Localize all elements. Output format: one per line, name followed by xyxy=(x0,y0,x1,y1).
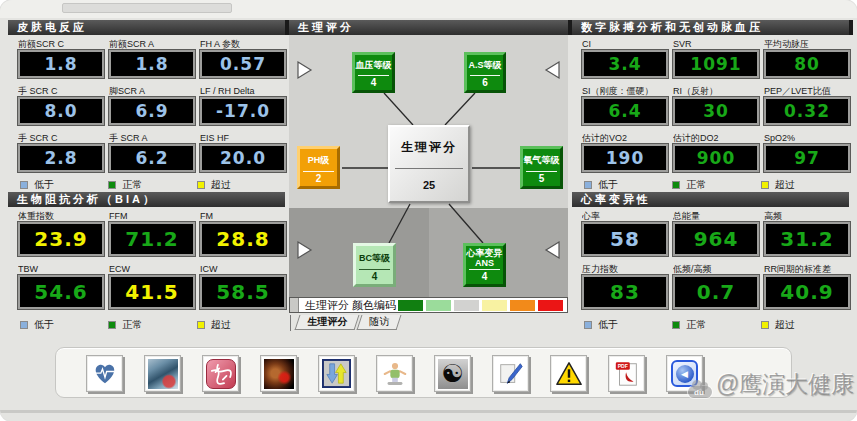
metric-value: 0.57 xyxy=(200,50,286,78)
updown-arrows-icon xyxy=(322,359,351,388)
svg-text:PDF: PDF xyxy=(617,363,627,369)
metric-value: 3.4 xyxy=(582,50,668,78)
dna-button[interactable] xyxy=(202,355,239,392)
metric-cell: CI3.4 xyxy=(582,38,668,78)
node-label: 氧气等级 xyxy=(523,149,560,171)
metric-value: 97 xyxy=(764,144,850,172)
legend-over-swatch xyxy=(197,181,205,189)
metric-cell: RR间期的标准差40.9 xyxy=(764,263,850,309)
metric-value: 71.2 xyxy=(109,222,195,256)
metric-value: 40.9 xyxy=(764,275,850,309)
metric-value: 58.5 xyxy=(200,275,286,309)
nav-arrow-left-icon[interactable] xyxy=(543,240,563,260)
lab-photo-icon xyxy=(148,359,178,389)
color-bar-grip[interactable] xyxy=(290,298,299,312)
metric-label: SpO2% xyxy=(764,132,850,144)
metric-cell: 心率58 xyxy=(582,210,668,256)
metric-cell: 压力指数83 xyxy=(582,263,668,309)
panel-title-score: 生理评分 xyxy=(289,20,568,35)
back-button[interactable]: ◀ xyxy=(666,355,703,392)
metric-value: 8.0 xyxy=(18,97,104,125)
score-center-value: 25 xyxy=(390,169,468,201)
thermal-photo-button[interactable] xyxy=(260,355,297,392)
metric-cell: 手 SCR C8.0 xyxy=(18,85,104,125)
node-oxygen-grade[interactable]: 氧气等级 5 xyxy=(520,146,563,189)
node-value: 6 xyxy=(482,76,488,90)
metric-value: 20.0 xyxy=(200,144,286,172)
node-label: A.S等级 xyxy=(467,55,503,75)
node-value: 5 xyxy=(539,172,545,186)
metric-value: 0.32 xyxy=(764,97,850,125)
swatch-red xyxy=(538,300,563,311)
metric-label: 体重指数 xyxy=(18,210,104,222)
metric-cell: EIS HF20.0 xyxy=(200,132,286,172)
body-scale-button[interactable] xyxy=(376,355,413,392)
node-label-line2: ANS xyxy=(475,258,494,268)
metric-label: SVR xyxy=(673,38,759,50)
nav-arrow-left-icon[interactable] xyxy=(543,60,563,80)
tab-followup-label: 随访 xyxy=(369,315,389,329)
status-legend: 低于 正常 超过 xyxy=(572,318,849,332)
metric-cell: 低频/高频0.7 xyxy=(673,263,759,309)
metric-cell: 脚SCR A6.9 xyxy=(109,85,195,125)
metric-value: 6.2 xyxy=(109,144,195,172)
metric-label: TBW xyxy=(18,263,104,275)
status-legend: 低于 正常 超过 xyxy=(8,178,285,192)
signature-button[interactable] xyxy=(492,355,529,392)
legend-low-swatch xyxy=(584,181,592,189)
tab-strip: 生理评分 随访 xyxy=(289,315,568,335)
metric-cell: FM28.8 xyxy=(200,210,286,256)
updown-arrows-button[interactable] xyxy=(318,355,355,392)
skin-grid: 前额SCR C1.8 前额SCR A1.8 FH A 参数0.57 手 SCR … xyxy=(8,35,285,172)
nav-arrow-right-icon[interactable] xyxy=(294,60,314,80)
header-divider xyxy=(285,20,289,35)
metric-label: 低频/高频 xyxy=(673,263,759,275)
metric-cell: 估计的VO2190 xyxy=(582,132,668,172)
node-ph-grade[interactable]: PH级 2 xyxy=(297,146,340,189)
node-value: 2 xyxy=(316,172,322,186)
yinyang-icon: ☯ xyxy=(438,359,468,389)
node-as-grade[interactable]: A.S等级 6 xyxy=(464,52,506,93)
node-label: BC等级 xyxy=(356,246,393,269)
metric-value: 1091 xyxy=(673,50,759,78)
metric-value: 23.9 xyxy=(18,222,104,256)
metric-label: ICW xyxy=(200,263,286,275)
body-scale-icon xyxy=(381,360,409,388)
legend-normal-label: 正常 xyxy=(122,318,142,332)
metric-label: 脚SCR A xyxy=(109,85,195,97)
metric-cell: 体重指数23.9 xyxy=(18,210,104,256)
tab-followup[interactable]: 随访 xyxy=(357,315,402,330)
metric-cell: ICW58.5 xyxy=(200,263,286,309)
metric-cell: 平均动脉压80 xyxy=(764,38,850,78)
metric-label: EIS HF xyxy=(200,132,286,144)
yinyang-glyph: ☯ xyxy=(441,361,463,386)
heart-ecg-button[interactable] xyxy=(86,355,123,392)
node-bp-grade[interactable]: 血压等级 4 xyxy=(352,52,395,93)
pdf-button[interactable]: PDF xyxy=(608,355,645,392)
legend-over: 超过 xyxy=(197,178,285,192)
swatch-yellow xyxy=(482,300,507,311)
back-arrow-glyph: ◀ xyxy=(676,365,694,383)
node-hrv-ans[interactable]: 心率变异 ANS 4 xyxy=(463,243,506,287)
tab-score[interactable]: 生理评分 xyxy=(295,315,360,330)
legend-over-label: 超过 xyxy=(211,318,231,332)
node-bc-grade[interactable]: BC等级 4 xyxy=(353,243,396,287)
nav-arrow-right-icon[interactable] xyxy=(294,240,314,260)
color-coding-label: 生理评分 颜色编码 xyxy=(305,298,396,313)
status-legend: 低于 正常 超过 xyxy=(8,318,285,332)
metric-cell: RI（反射）30 xyxy=(673,85,759,125)
metric-value: 30 xyxy=(673,97,759,125)
metric-label: CI xyxy=(582,38,668,50)
back-icon: ◀ xyxy=(671,360,698,387)
warning-button[interactable] xyxy=(550,355,587,392)
metric-label: 压力指数 xyxy=(582,263,668,275)
yinyang-button[interactable]: ☯ xyxy=(434,355,471,392)
panel-title-skin: 皮肤电反应 xyxy=(8,20,285,35)
metric-value: 0.7 xyxy=(673,275,759,309)
score-center-label: 生理评分 xyxy=(390,127,468,168)
lab-photo-button[interactable] xyxy=(144,355,181,392)
metric-cell: 手 SCR A6.2 xyxy=(109,132,195,172)
metric-label: PEP／LVET比值 xyxy=(764,85,850,97)
metric-label: 高频 xyxy=(764,210,850,222)
legend-over-label: 超过 xyxy=(775,318,795,332)
